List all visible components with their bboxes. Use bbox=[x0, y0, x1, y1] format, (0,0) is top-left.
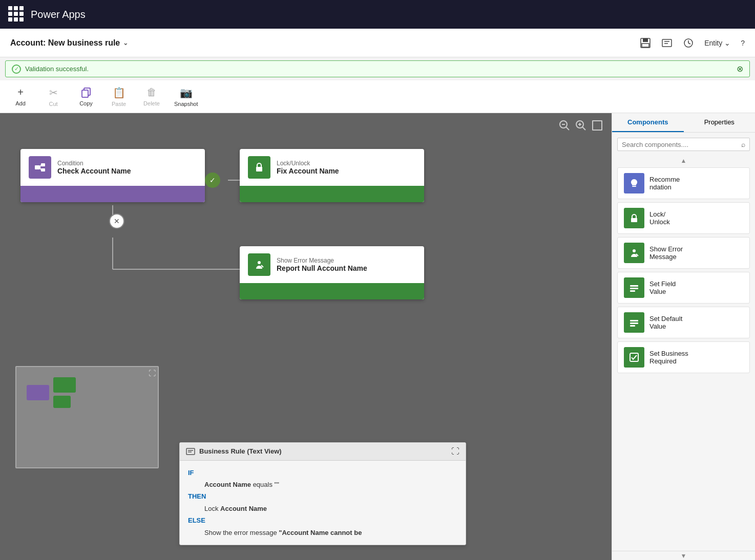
svg-rect-23 bbox=[41, 163, 45, 166]
mini-map-expand-button[interactable]: ⛶ bbox=[149, 369, 156, 377]
add-button[interactable]: + Add bbox=[10, 87, 31, 106]
text-view-expand-button[interactable]: ⛶ bbox=[451, 447, 459, 456]
component-set-field-value[interactable]: Set FieldValue bbox=[617, 272, 750, 304]
entity-chevron: ⌄ bbox=[724, 39, 730, 47]
delete-label: Delete bbox=[143, 100, 160, 106]
rule-title[interactable]: Account: New business rule ⌄ bbox=[10, 38, 128, 48]
svg-rect-38 bbox=[630, 288, 638, 289]
show-error-comp-icon bbox=[624, 243, 644, 263]
history-button[interactable] bbox=[661, 37, 673, 49]
if-keyword: IF bbox=[188, 469, 194, 477]
paste-icon: 📋 bbox=[113, 87, 125, 99]
help-button[interactable]: ? bbox=[741, 39, 745, 47]
component-recommendation[interactable]: Recommendation bbox=[617, 167, 750, 199]
text-view-condition-row: Account Name equals "" bbox=[188, 479, 457, 490]
text-view-else-row: ELSE bbox=[188, 514, 457, 526]
error-node-text: Show Error Message Report Null Account N… bbox=[277, 257, 367, 272]
cut-label: Cut bbox=[49, 101, 57, 107]
mini-condition-node bbox=[27, 385, 49, 400]
text-view-title-text: Business Rule (Text View) bbox=[199, 447, 282, 455]
cut-button[interactable]: ✂ Cut bbox=[43, 87, 64, 107]
set-field-value-label: Set FieldValue bbox=[649, 280, 676, 295]
text-view[interactable]: Business Rule (Text View) ⛶ IF Account N… bbox=[179, 442, 466, 545]
search-input[interactable] bbox=[622, 141, 741, 148]
svg-line-26 bbox=[40, 167, 41, 170]
scroll-up-indicator: ▲ bbox=[612, 156, 755, 165]
validation-close-button[interactable]: ⊗ bbox=[737, 64, 743, 74]
validation-message: Validation successful. bbox=[25, 65, 89, 73]
top-bar: Power Apps bbox=[0, 0, 755, 29]
set-field-comp-icon bbox=[624, 277, 644, 298]
component-set-default-value[interactable]: Set DefaultValue bbox=[617, 307, 750, 338]
else-keyword: ELSE bbox=[188, 516, 205, 524]
error-icon-box bbox=[248, 253, 270, 276]
text-view-body: IF Account Name equals "" THEN Lock Acco… bbox=[180, 461, 466, 545]
lock-node-header: Lock/Unlock Fix Account Name bbox=[240, 149, 424, 186]
error-node[interactable]: Show Error Message Report Null Account N… bbox=[240, 246, 424, 299]
svg-rect-1 bbox=[643, 38, 648, 42]
chevron-down-icon[interactable]: ⌄ bbox=[123, 39, 128, 47]
lock-node[interactable]: Lock/Unlock Fix Account Name bbox=[240, 149, 424, 202]
add-label: Add bbox=[15, 100, 26, 106]
condition-op: equals bbox=[251, 481, 275, 488]
svg-rect-30 bbox=[186, 448, 195, 455]
component-show-error[interactable]: Show ErrorMessage bbox=[617, 237, 750, 269]
show-error-label: Show ErrorMessage bbox=[649, 245, 683, 261]
snapshot-button[interactable]: 📷 Snapshot bbox=[174, 87, 198, 107]
delete-icon: 🗑 bbox=[146, 87, 157, 98]
condition-node[interactable]: Condition Check Account Name bbox=[20, 149, 205, 202]
svg-point-35 bbox=[633, 249, 636, 252]
validation-left: ✓ Validation successful. bbox=[12, 64, 89, 74]
condition-node-text: Condition Check Account Name bbox=[57, 160, 131, 175]
scroll-down-indicator: ▼ bbox=[612, 551, 755, 560]
canvas-area[interactable]: Condition Check Account Name ✓ ✕ Lock/U bbox=[0, 113, 612, 560]
add-icon: + bbox=[17, 87, 24, 98]
clock-button[interactable] bbox=[683, 37, 694, 49]
error-node-header: Show Error Message Report Null Account N… bbox=[240, 246, 424, 283]
tab-components[interactable]: Components bbox=[612, 113, 684, 132]
svg-rect-8 bbox=[82, 90, 88, 97]
component-lock-unlock[interactable]: Lock/Unlock bbox=[617, 202, 750, 234]
zoom-in-icon bbox=[575, 119, 587, 132]
waffle-icon[interactable] bbox=[8, 6, 25, 23]
condition-node-label: Condition bbox=[57, 160, 131, 167]
delete-button[interactable]: 🗑 Delete bbox=[141, 87, 162, 106]
zoom-out-button[interactable] bbox=[558, 119, 571, 134]
connector-x-icon: ✕ bbox=[109, 213, 124, 229]
svg-rect-24 bbox=[41, 168, 45, 171]
clock-icon bbox=[683, 37, 694, 49]
text-view-title: Business Rule (Text View) bbox=[186, 447, 282, 456]
business-required-icon bbox=[629, 352, 639, 362]
tab-properties[interactable]: Properties bbox=[684, 113, 756, 132]
then-keyword: THEN bbox=[188, 492, 206, 500]
svg-rect-42 bbox=[630, 325, 635, 327]
set-default-value-label: Set DefaultValue bbox=[649, 315, 682, 330]
zoom-in-button[interactable] bbox=[575, 119, 587, 134]
snapshot-label: Snapshot bbox=[174, 101, 198, 107]
svg-rect-21 bbox=[593, 121, 602, 130]
error-icon bbox=[254, 259, 265, 270]
search-box[interactable]: ⌕ bbox=[617, 138, 750, 151]
component-set-business-required[interactable]: Set BusinessRequired bbox=[617, 341, 750, 373]
svg-rect-22 bbox=[35, 165, 40, 169]
connector-check-icon: ✓ bbox=[205, 173, 220, 188]
right-panel: Components Properties ⌕ ▲ Recommendation bbox=[612, 113, 755, 560]
fit-button[interactable] bbox=[591, 119, 603, 134]
paste-button[interactable]: 📋 Paste bbox=[109, 87, 129, 107]
copy-button[interactable]: Copy bbox=[76, 87, 96, 106]
canvas-toolbar bbox=[558, 119, 603, 134]
snapshot-icon: 📷 bbox=[180, 87, 193, 99]
entity-button[interactable]: Entity ⌄ bbox=[704, 39, 730, 47]
panel-tabs: Components Properties bbox=[612, 113, 755, 133]
app-name: Power Apps bbox=[31, 9, 86, 20]
svg-rect-39 bbox=[630, 290, 635, 292]
fit-icon bbox=[591, 119, 603, 132]
text-view-icon bbox=[186, 447, 195, 456]
lock-node-label: Lock/Unlock bbox=[277, 160, 339, 167]
text-view-header: Business Rule (Text View) ⛶ bbox=[180, 443, 466, 461]
svg-rect-3 bbox=[662, 39, 672, 47]
validation-bar: ✓ Validation successful. ⊗ bbox=[5, 60, 750, 77]
save-button[interactable] bbox=[640, 37, 651, 49]
components-list: Recommendation Lock/Unlock bbox=[612, 165, 755, 551]
lock-icon-box bbox=[248, 156, 270, 179]
